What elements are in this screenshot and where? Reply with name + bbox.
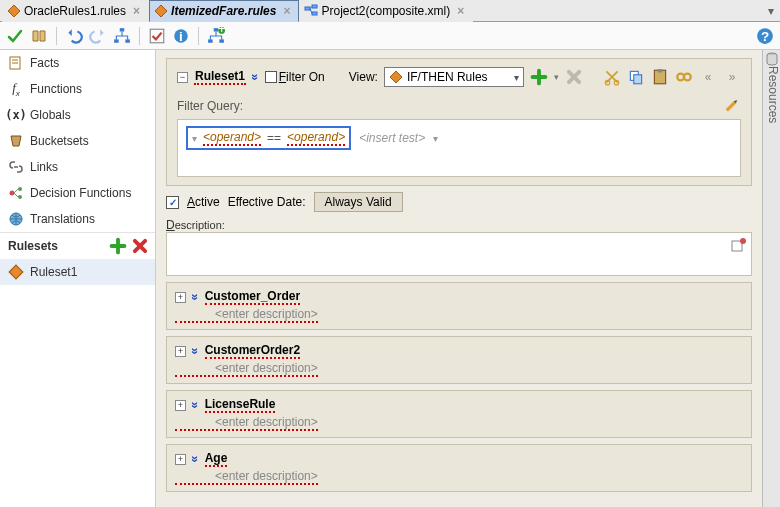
expand-icon[interactable]: + bbox=[175, 346, 186, 357]
svg-rect-9 bbox=[125, 39, 130, 42]
tab-label: OracleRules1.rules bbox=[24, 4, 126, 18]
edit-description-icon[interactable] bbox=[731, 237, 747, 256]
tree-plus-icon[interactable]: + bbox=[207, 27, 225, 45]
rule-description[interactable]: <enter description> bbox=[175, 361, 318, 377]
sidebar-item-label: Translations bbox=[30, 212, 95, 226]
move-down-icon[interactable]: » bbox=[723, 68, 741, 86]
view-label: View: bbox=[349, 70, 378, 84]
close-icon[interactable]: × bbox=[283, 4, 290, 18]
sidebar-item-label: Bucketsets bbox=[30, 134, 89, 148]
links-icon bbox=[8, 159, 24, 175]
facts-icon bbox=[8, 55, 24, 71]
rulesets-header-label: Rulesets bbox=[8, 239, 58, 253]
svg-rect-14 bbox=[208, 39, 213, 42]
rule-item: + » Customer_Order <enter description> bbox=[166, 282, 752, 330]
sidebar-item-facts[interactable]: Facts bbox=[0, 50, 155, 76]
move-up-icon[interactable]: « bbox=[699, 68, 717, 86]
rule-item: + » Age <enter description> bbox=[166, 444, 752, 492]
expand-toggle-icon[interactable]: » bbox=[252, 70, 259, 84]
translations-icon bbox=[8, 211, 24, 227]
effective-date-button[interactable]: Always Valid bbox=[314, 192, 403, 212]
expand-icon[interactable]: + bbox=[175, 292, 186, 303]
sidebar-item-label: Globals bbox=[30, 108, 71, 122]
copy-icon[interactable] bbox=[627, 68, 645, 86]
add-rule-button[interactable] bbox=[530, 68, 548, 86]
sidebar-item-functions[interactable]: fx Functions bbox=[0, 76, 155, 102]
description-section: Description: bbox=[166, 218, 752, 276]
expand-icon[interactable]: + bbox=[175, 454, 186, 465]
collapse-all-icon[interactable]: » bbox=[192, 452, 199, 466]
dropdown-icon[interactable]: ▾ bbox=[192, 133, 197, 144]
info-icon[interactable]: i bbox=[172, 27, 190, 45]
svg-rect-8 bbox=[114, 39, 119, 42]
sidebar-item-translations[interactable]: Translations bbox=[0, 206, 155, 232]
add-dropdown-icon[interactable]: ▾ bbox=[554, 72, 559, 82]
svg-line-6 bbox=[310, 9, 312, 14]
tab-project2[interactable]: Project2(composite.xml) × bbox=[299, 0, 473, 22]
close-icon[interactable]: × bbox=[133, 4, 140, 18]
tree-structure-icon[interactable] bbox=[113, 27, 131, 45]
filter-expression[interactable]: ▾ <operand> == <operand> bbox=[186, 126, 351, 150]
rule-description[interactable]: <enter description> bbox=[175, 307, 318, 323]
cut-icon[interactable] bbox=[603, 68, 621, 86]
dictionary-icon[interactable] bbox=[30, 27, 48, 45]
rule-name[interactable]: Age bbox=[205, 451, 228, 467]
rule-name[interactable]: CustomerOrder2 bbox=[205, 343, 300, 359]
collapse-all-icon[interactable]: » bbox=[192, 344, 199, 358]
filter-query-box[interactable]: ▾ <operand> == <operand> <insert test> ▾ bbox=[177, 119, 741, 177]
edit-pencil-icon[interactable] bbox=[719, 93, 744, 118]
sidebar-item-links[interactable]: Links bbox=[0, 154, 155, 180]
view-select-value: IF/THEN Rules bbox=[407, 70, 488, 84]
operator[interactable]: == bbox=[267, 131, 281, 145]
help-icon[interactable]: ? bbox=[756, 27, 774, 45]
svg-point-25 bbox=[18, 195, 22, 199]
rule-description[interactable]: <enter description> bbox=[175, 469, 318, 485]
operand-right[interactable]: <operand> bbox=[287, 130, 345, 146]
add-ruleset-icon[interactable] bbox=[109, 237, 127, 255]
dropdown-icon[interactable]: ▾ bbox=[433, 133, 438, 144]
sidebar-item-bucketsets[interactable]: Bucketsets bbox=[0, 128, 155, 154]
undo-icon[interactable] bbox=[65, 27, 83, 45]
collapse-icon[interactable]: − bbox=[177, 72, 188, 83]
sidebar-item-decision-functions[interactable]: Decision Functions bbox=[0, 180, 155, 206]
resources-rail[interactable]: Resources bbox=[762, 50, 780, 507]
sidebar-item-ruleset1[interactable]: Ruleset1 bbox=[0, 259, 155, 285]
tab-oraclerules1[interactable]: OracleRules1.rules × bbox=[2, 0, 149, 22]
sidebar-item-label: Ruleset1 bbox=[30, 265, 77, 279]
rule-name[interactable]: LicenseRule bbox=[205, 397, 276, 413]
svg-point-42 bbox=[740, 238, 746, 244]
checkbox-icon[interactable] bbox=[148, 27, 166, 45]
svg-rect-2 bbox=[305, 7, 310, 10]
ruleset-name[interactable]: Ruleset1 bbox=[194, 69, 246, 85]
sidebar-item-globals[interactable]: (x) Globals bbox=[0, 102, 155, 128]
description-label: Description: bbox=[166, 218, 752, 232]
delete-rule-button[interactable] bbox=[565, 68, 583, 86]
find-icon[interactable] bbox=[675, 68, 693, 86]
resources-icon bbox=[765, 52, 779, 66]
insert-test-placeholder[interactable]: <insert test> bbox=[359, 131, 425, 145]
close-icon[interactable]: × bbox=[457, 4, 464, 18]
svg-marker-29 bbox=[9, 265, 23, 279]
redo-icon[interactable] bbox=[89, 27, 107, 45]
active-checkbox[interactable] bbox=[166, 196, 179, 209]
rule-name[interactable]: Customer_Order bbox=[205, 289, 300, 305]
filter-on-checkbox[interactable]: Filter On bbox=[265, 70, 325, 84]
svg-rect-7 bbox=[120, 28, 125, 31]
svg-rect-4 bbox=[312, 12, 317, 15]
collapse-all-icon[interactable]: » bbox=[192, 290, 199, 304]
tab-overflow-icon[interactable]: ▾ bbox=[762, 4, 780, 18]
collapse-all-icon[interactable]: » bbox=[192, 398, 199, 412]
navigation-sidebar: Facts fx Functions (x) Globals Bucketset… bbox=[0, 50, 156, 507]
svg-rect-36 bbox=[658, 69, 663, 72]
rule-description[interactable]: <enter description> bbox=[175, 415, 318, 431]
operand-left[interactable]: <operand> bbox=[203, 130, 261, 146]
validate-icon[interactable] bbox=[6, 27, 24, 45]
delete-ruleset-icon[interactable] bbox=[131, 237, 149, 255]
svg-point-24 bbox=[18, 187, 22, 191]
paste-icon[interactable] bbox=[651, 68, 669, 86]
tab-itemizedfare[interactable]: ItemizedFare.rules × bbox=[149, 0, 299, 22]
svg-rect-10 bbox=[150, 29, 164, 43]
view-select[interactable]: IF/THEN Rules bbox=[384, 67, 524, 87]
description-textarea[interactable] bbox=[166, 232, 752, 276]
expand-icon[interactable]: + bbox=[175, 400, 186, 411]
